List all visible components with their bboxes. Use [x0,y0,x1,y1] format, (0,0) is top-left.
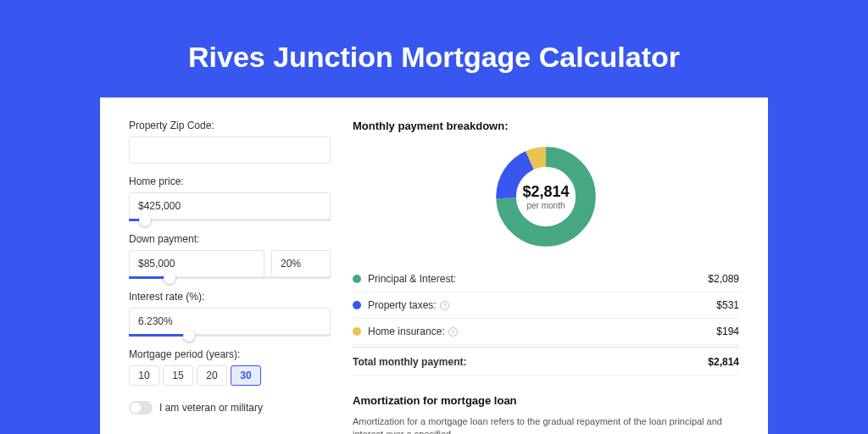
zip-label: Property Zip Code: [129,120,331,131]
period-group: 10 15 20 30 [129,365,331,386]
down-payment-label: Down payment: [129,233,331,245]
amortization-section: Amortization for mortgage loan Amortizat… [353,394,739,434]
period-btn-20[interactable]: 20 [197,365,227,386]
slider-thumb[interactable] [164,272,175,284]
row-value: $2,089 [708,273,739,285]
down-payment-pct-input[interactable] [271,250,331,277]
donut-label: per month [522,201,569,210]
donut-amount: $2,814 [522,183,569,201]
info-icon[interactable]: ? [448,327,458,337]
page-title: Rives Junction Mortgage Calculator [188,41,680,74]
breakdown-row-taxes: Property taxes: ? $531 [353,292,739,319]
period-btn-10[interactable]: 10 [129,365,159,386]
down-payment-slider[interactable] [129,276,331,279]
period-btn-15[interactable]: 15 [163,365,193,386]
donut-chart: $2,814 per month [493,144,598,249]
total-label: Total monthly payment: [353,356,708,368]
dot-icon [353,327,361,336]
veteran-label: I am veteran or military [159,402,263,414]
row-label: Property taxes: ? [368,299,716,311]
amortization-text: Amortization for a mortgage loan refers … [353,415,739,434]
zip-input[interactable] [129,136,331,164]
breakdown-title: Monthly payment breakdown: [353,120,739,132]
row-value: $531 [716,299,739,311]
interest-label: Interest rate (%): [129,291,331,303]
amortization-title: Amortization for mortgage loan [353,394,739,407]
breakdown-row-principal: Principal & Interest: $2,089 [353,266,739,292]
dot-icon [353,275,361,283]
interest-input[interactable] [129,308,331,335]
row-label: Principal & Interest: [368,273,708,285]
down-payment-input[interactable] [129,250,264,277]
toggle-knob [131,403,141,413]
period-label: Mortgage period (years): [129,348,331,360]
results-panel: Monthly payment breakdown: $2,814 per mo… [353,120,739,434]
home-price-slider[interactable] [129,219,331,221]
calculator-card: Property Zip Code: Home price: Down paym… [100,97,768,434]
dot-icon [353,301,361,309]
home-price-input[interactable] [129,192,331,220]
info-icon[interactable]: ? [440,301,449,310]
slider-thumb[interactable] [183,330,195,342]
period-btn-30[interactable]: 30 [231,365,261,386]
total-value: $2,814 [708,356,739,368]
breakdown-row-insurance: Home insurance: ? $194 [353,319,739,345]
home-price-label: Home price: [129,175,331,187]
slider-thumb[interactable] [139,214,151,226]
veteran-toggle[interactable] [129,401,153,415]
breakdown-row-total: Total monthly payment: $2,814 [353,347,739,376]
form-panel: Property Zip Code: Home price: Down paym… [129,120,331,434]
row-value: $194 [716,326,739,337]
row-label: Home insurance: ? [368,326,716,337]
interest-slider[interactable] [129,334,331,337]
